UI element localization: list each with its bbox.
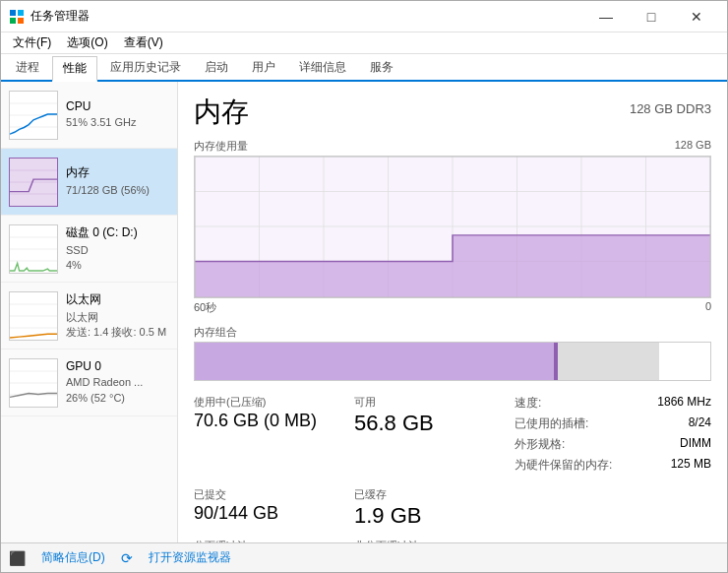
tab-app-history[interactable]: 应用历史记录 — [99, 54, 192, 80]
chart-max-label: 128 GB — [675, 139, 711, 154]
stat-cached-value: 1.9 GB — [354, 503, 515, 529]
time-label-row: 60秒 0 — [194, 300, 711, 315]
memory-chart — [194, 156, 711, 298]
gpu-sub1: AMD Radeon ... — [66, 375, 169, 390]
svg-rect-1 — [18, 10, 24, 16]
stat-speed-label: 速度: — [515, 395, 541, 412]
gpu-thumbnail — [9, 358, 58, 408]
stat-cached-label: 已缓存 — [354, 487, 515, 502]
gpu-info: GPU 0 AMD Radeon ... 26% (52 °C) — [66, 359, 169, 406]
stat-committed-label: 已提交 — [194, 487, 354, 502]
close-button[interactable]: ✕ — [674, 1, 719, 32]
cpu-thumbnail — [9, 91, 58, 140]
disk-sub2: 4% — [66, 258, 169, 273]
sidebar-item-gpu[interactable]: GPU 0 AMD Radeon ... 26% (52 °C) — [1, 350, 177, 416]
chart-label: 内存使用量 — [194, 139, 248, 154]
cpu-info: CPU 51% 3.51 GHz — [66, 99, 169, 130]
tab-services[interactable]: 服务 — [359, 54, 404, 80]
right-stats-1: 速度: 1866 MHz 已使用的插槽: 8/24 外形规格: DIMM 为硬件… — [515, 395, 711, 478]
network-sub2: 发送: 1.4 接收: 0.5 M — [66, 325, 169, 340]
stat-cached: 已缓存 1.9 GB — [354, 487, 515, 529]
stat-hwreserved-value: 125 MB — [671, 457, 711, 474]
comp-used — [195, 343, 554, 380]
stat-used-label: 使用中(已压缩) — [194, 395, 354, 410]
disk-thumbnail — [9, 224, 58, 274]
summary-link[interactable]: 简略信息(D) — [41, 549, 105, 566]
stat-hwreserved-label: 为硬件保留的内存: — [515, 457, 612, 474]
cpu-sub: 51% 3.51 GHz — [66, 115, 169, 130]
stat-committed: 已提交 90/144 GB — [194, 487, 354, 529]
stat-available-label: 可用 — [354, 395, 515, 410]
menu-options[interactable]: 选项(O) — [59, 32, 115, 54]
tab-performance[interactable]: 性能 — [52, 56, 97, 82]
stats-row-1: 使用中(已压缩) 70.6 GB (0 MB) 可用 56.8 GB 速度: 1… — [194, 395, 711, 478]
detail-subtitle: 128 GB DDR3 — [630, 101, 711, 116]
disk-info: 磁盘 0 (C: D:) SSD 4% — [66, 224, 169, 274]
composition-label: 内存组合 — [194, 325, 711, 340]
sidebar-item-network[interactable]: 以太网 以太网 发送: 1.4 接收: 0.5 M — [1, 283, 177, 350]
sidebar-item-disk[interactable]: 磁盘 0 (C: D:) SSD 4% — [1, 216, 177, 283]
sidebar-item-cpu[interactable]: CPU 51% 3.51 GHz — [1, 82, 177, 149]
stat-form-label: 外形规格: — [515, 436, 565, 453]
time-right-label: 0 — [705, 300, 711, 315]
window-controls: — □ ✕ — [583, 1, 719, 32]
sidebar-item-memory[interactable]: 内存 71/128 GB (56%) — [1, 149, 177, 216]
svg-rect-0 — [10, 10, 16, 16]
sidebar: CPU 51% 3.51 GHz 内存 71/12 — [1, 82, 178, 542]
summary-label: 简略信息(D) — [41, 549, 105, 566]
detail-panel: 内存 128 GB DDR3 内存使用量 128 GB — [178, 82, 727, 542]
stat-slots-label: 已使用的插槽: — [515, 415, 588, 432]
detail-header: 内存 128 GB DDR3 — [194, 94, 711, 131]
tab-process[interactable]: 进程 — [5, 54, 50, 80]
resource-monitor-link[interactable]: 打开资源监视器 — [149, 549, 231, 566]
tab-startup[interactable]: 启动 — [194, 54, 239, 80]
stat-used-value: 70.6 GB (0 MB) — [194, 411, 354, 432]
window-title: 任务管理器 — [30, 8, 583, 25]
main-content: CPU 51% 3.51 GHz 内存 71/12 — [1, 82, 727, 542]
tab-details[interactable]: 详细信息 — [288, 54, 357, 80]
tab-users[interactable]: 用户 — [241, 54, 286, 80]
svg-rect-2 — [10, 18, 16, 24]
memory-thumbnail — [9, 158, 58, 207]
stat-used: 使用中(已压缩) 70.6 GB (0 MB) — [194, 395, 354, 478]
gpu-sub2: 26% (52 °C) — [66, 391, 169, 406]
app-icon — [9, 9, 25, 25]
maximize-button[interactable]: □ — [629, 1, 674, 32]
comp-free — [659, 343, 710, 380]
stat-available-value: 56.8 GB — [354, 411, 515, 436]
footer-resource-icon: ⟳ — [121, 550, 133, 566]
time-left-label: 60秒 — [194, 300, 216, 315]
stats-row-2: 已提交 90/144 GB 已缓存 1.9 GB — [194, 487, 711, 529]
stat-slots-row: 已使用的插槽: 8/24 — [515, 415, 711, 432]
minimize-button[interactable]: — — [583, 1, 629, 32]
stat-form-row: 外形规格: DIMM — [515, 436, 711, 453]
svg-rect-3 — [18, 18, 24, 24]
stat-speed-row: 速度: 1866 MHz — [515, 395, 711, 412]
network-title: 以太网 — [66, 291, 169, 308]
gpu-title: GPU 0 — [66, 359, 169, 373]
cpu-title: CPU — [66, 99, 169, 113]
menu-bar: 文件(F) 选项(O) 查看(V) — [1, 32, 727, 54]
stat-slots-value: 8/24 — [689, 415, 711, 432]
stat-form-value: DIMM — [680, 436, 711, 453]
network-info: 以太网 以太网 发送: 1.4 接收: 0.5 M — [66, 291, 169, 341]
chart-label-row: 内存使用量 128 GB — [194, 139, 711, 154]
detail-title: 内存 — [194, 94, 249, 131]
title-bar: 任务管理器 — □ ✕ — [1, 1, 727, 32]
menu-file[interactable]: 文件(F) — [5, 32, 59, 54]
composition-bar — [194, 342, 711, 381]
task-manager-window: 任务管理器 — □ ✕ 文件(F) 选项(O) 查看(V) 进程 性能 应用历史… — [0, 0, 728, 573]
tab-bar: 进程 性能 应用历史记录 启动 用户 详细信息 服务 — [1, 54, 727, 82]
network-thumbnail — [9, 291, 58, 341]
resource-monitor-label: 打开资源监视器 — [149, 549, 231, 566]
menu-view[interactable]: 查看(V) — [116, 32, 171, 54]
memory-title: 内存 — [66, 164, 169, 181]
stat-hwreserved-row: 为硬件保留的内存: 125 MB — [515, 457, 711, 474]
network-sub1: 以太网 — [66, 310, 169, 325]
comp-standby — [558, 343, 659, 380]
memory-sub: 71/128 GB (56%) — [66, 183, 169, 198]
stat-committed-value: 90/144 GB — [194, 503, 354, 525]
memory-info: 内存 71/128 GB (56%) — [66, 164, 169, 198]
stat-available: 可用 56.8 GB — [354, 395, 515, 478]
footer: ⬛ 简略信息(D) ⟳ 打开资源监视器 — [1, 542, 727, 572]
